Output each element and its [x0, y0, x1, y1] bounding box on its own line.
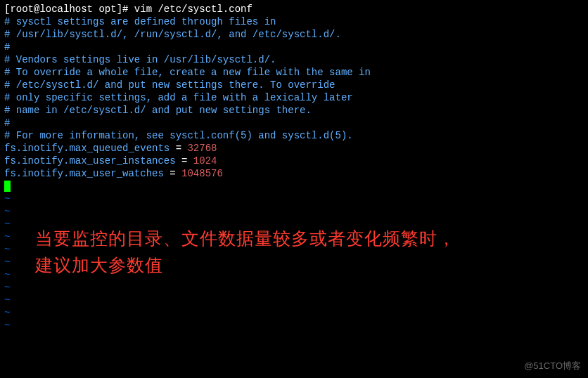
annotation-line2: 建议加大参数值: [35, 252, 456, 278]
setting-key: fs.inotify.max_user_watches: [4, 168, 164, 179]
setting-line: fs.inotify.max_queued_events = 32768: [4, 142, 584, 155]
setting-eq: =: [164, 168, 181, 179]
setting-value: 1024: [193, 155, 217, 167]
comment-line: # To override a whole file, create a new…: [4, 66, 584, 79]
shell-prompt: [root@localhost opt]# vim /etc/sysctl.co…: [4, 3, 584, 15]
vim-tilde-line: ~: [4, 281, 584, 294]
setting-eq: =: [170, 143, 187, 154]
cursor-icon: [4, 181, 11, 192]
vim-tilde-line: ~: [4, 205, 584, 218]
comment-line: #: [4, 117, 584, 129]
comment-line: # For more information, see sysctl.conf(…: [4, 129, 584, 142]
comment-line: # /usr/lib/sysctl.d/, /run/sysctl.d/, an…: [4, 28, 584, 41]
comment-line: # name in /etc/sysctl.d/ and put new set…: [4, 104, 584, 117]
annotation-line1: 当要监控的目录、文件数据量较多或者变化频繁时，: [35, 225, 456, 252]
annotation-text: 当要监控的目录、文件数据量较多或者变化频繁时， 建议加大参数值: [35, 225, 456, 278]
vim-tilde-line: ~: [4, 193, 584, 205]
setting-key: fs.inotify.max_queued_events: [4, 143, 170, 154]
comment-line: #: [4, 41, 584, 53]
prompt-user-host: [root@localhost opt]#: [4, 4, 134, 15]
setting-line: fs.inotify.max_user_watches = 1048576: [4, 167, 584, 180]
comment-line: # only specific settings, add a file wit…: [4, 91, 584, 104]
setting-key: fs.inotify.max_user_instances: [4, 155, 176, 167]
setting-eq: =: [176, 155, 193, 167]
setting-value: 1048576: [181, 168, 223, 179]
comment-line: # /etc/sysctl.d/ and put new settings th…: [4, 79, 584, 91]
setting-line: fs.inotify.max_user_instances = 1024: [4, 155, 584, 167]
cursor-line[interactable]: [4, 180, 584, 193]
comment-line: # Vendors settings live in /usr/lib/sysc…: [4, 53, 584, 66]
comment-line: # sysctl settings are defined through fi…: [4, 15, 584, 28]
vim-tilde-line: ~: [4, 294, 584, 306]
vim-tilde-line: ~: [4, 319, 584, 332]
watermark: @51CTO博客: [524, 360, 581, 372]
prompt-command: vim /etc/sysctl.conf: [134, 4, 253, 15]
vim-tilde-line: ~: [4, 306, 584, 319]
setting-value: 32768: [187, 143, 217, 154]
